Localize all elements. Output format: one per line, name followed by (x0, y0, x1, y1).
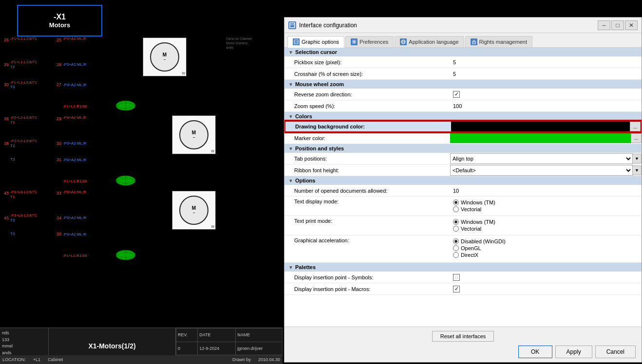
marker-color-value[interactable]: ... (450, 133, 642, 143)
accel-disabled-radio[interactable] (453, 238, 459, 244)
accel-disabled[interactable]: Disabled (WinGDI) (453, 238, 506, 244)
reverse-zoom-checkbox[interactable]: ✓ (453, 91, 460, 98)
section-arrow-4: ▼ (288, 146, 293, 151)
apply-button[interactable]: Apply (555, 346, 592, 358)
num-docs-value: 10 (450, 186, 642, 195)
text-display-label: Text display mode: (284, 197, 450, 206)
zoom-speed-label: Zoom speed (%): (284, 102, 450, 110)
graphic-options-icon (293, 38, 300, 45)
text-display-vectorial-radio[interactable] (453, 206, 459, 212)
rights-icon (471, 38, 477, 45)
accel-directx-radio[interactable] (453, 252, 459, 258)
cancel-button[interactable]: Cancel (595, 346, 636, 358)
tab-positions-value[interactable]: Align top ▼ (450, 153, 642, 164)
insertion-macros-checkbox[interactable]: ✓ (453, 286, 460, 292)
text-print-windows[interactable]: Windows (TM) (453, 219, 495, 225)
text-print-vectorial-label: Vectorial (461, 226, 481, 232)
section-position-styles: ▼ Position and styles (284, 144, 642, 153)
ok-button[interactable]: OK (518, 346, 552, 358)
text-print-windows-radio[interactable] (453, 219, 459, 225)
text-print-vectorial[interactable]: Vectorial (453, 226, 495, 232)
text-print-label: Text print mode: (284, 216, 450, 225)
ribbon-font-row: Ribbon font height: <Default> ▼ (284, 164, 642, 176)
ribbon-font-value[interactable]: <Default> ▼ (450, 165, 642, 176)
dialog-title: Interface configuration (299, 22, 598, 29)
accel-directx[interactable]: DirectX (453, 252, 506, 258)
text-display-vectorial[interactable]: Vectorial (453, 206, 495, 212)
marker-color-swatch (450, 133, 631, 143)
text-display-windows[interactable]: Windows (TM) (453, 200, 495, 205)
zoom-speed-number: 100 (453, 103, 462, 109)
maximize-button[interactable]: □ (611, 20, 624, 30)
date-value: 12-9-2024 (198, 342, 236, 355)
section-arrow-3: ▼ (288, 114, 293, 119)
marker-color-button[interactable]: ... (631, 133, 642, 143)
section-palettes: ▼ Palettes (284, 263, 642, 272)
close-button[interactable]: ✕ (625, 20, 638, 30)
reverse-zoom-value[interactable]: ✓ (450, 90, 642, 99)
dialog-controls[interactable]: – □ ✕ (598, 20, 638, 30)
section-title-mouse: Mouse wheel zoom (295, 81, 344, 87)
tab-rights[interactable]: Rights management (465, 36, 532, 47)
bg-color-row[interactable]: Drawing background color: ... (284, 121, 642, 132)
tab-language-label: Application language (409, 39, 458, 45)
dialog-content: ▼ Selection cursor Pickbox size (pixel):… (284, 48, 642, 327)
ribbon-font-arrow[interactable]: ▼ (633, 165, 642, 175)
tab-positions-select[interactable]: Align top (450, 153, 633, 164)
crosshair-row: Crosshair (% of screen size): 5 (284, 68, 642, 80)
section-title-options: Options (295, 178, 316, 183)
cabinet-label: Cabinet (48, 357, 63, 362)
graphical-accel-options: Disabled (WinGDI) OpenGL DirectX (450, 236, 642, 261)
cad-title-line2: Motors (49, 21, 70, 29)
ribbon-font-select[interactable]: <Default> (450, 165, 633, 176)
drawn-by-label: Drawn by (232, 357, 251, 362)
tab-graphic-label: Graphic options (302, 39, 339, 45)
crosshair-value: 5 (450, 70, 642, 78)
tab-preferences[interactable]: Preferences (345, 36, 394, 47)
zoom-speed-value: 100 (450, 102, 642, 110)
accel-opengl-radio[interactable] (453, 245, 459, 251)
location-value: +L1 (33, 357, 40, 362)
text-print-windows-label: Windows (TM) (461, 219, 495, 225)
bg-color-label: Drawing background color: (285, 122, 451, 131)
tab-language[interactable]: Application language (395, 36, 464, 47)
marker-color-row[interactable]: Marker color: ... (284, 132, 642, 144)
dialog-icon (288, 21, 296, 29)
reset-button[interactable]: Reset all interfaces (432, 331, 494, 342)
accel-opengl[interactable]: OpenGL (453, 245, 506, 251)
insertion-macros-row: Display insertion point - Macros: ✓ (284, 283, 642, 295)
tab-graphic-options[interactable]: Graphic options (287, 36, 344, 48)
dialog-footer: Reset all interfaces OK Apply Cancel (284, 327, 642, 362)
text-display-windows-radio[interactable] (453, 200, 459, 205)
bottom-bar: LOCATION: +L1 Cabinet Drawn by 2010.04.3… (0, 355, 283, 364)
tab-positions-arrow[interactable]: ▼ (633, 154, 642, 164)
minimize-button[interactable]: – (598, 20, 610, 30)
crosshair-label: Crosshair (% of screen size): (284, 70, 450, 78)
accel-directx-label: DirectX (461, 252, 478, 258)
bg-color-value[interactable]: ... (451, 122, 641, 131)
tab-rights-label: Rights management (479, 39, 527, 45)
text-display-options: Windows (TM) Vectorial (450, 197, 642, 215)
text-print-vectorial-radio[interactable] (453, 226, 459, 232)
bg-color-button[interactable]: ... (630, 122, 641, 131)
tab-bar: Graphic options Preferences Application … (284, 33, 642, 48)
insertion-symbols-checkbox[interactable]: □ (453, 274, 460, 281)
section-title-position: Position and styles (295, 146, 344, 151)
section-arrow-5: ▼ (288, 178, 293, 183)
text-print-options: Windows (TM) Vectorial (450, 216, 642, 235)
rev-label: REV. (176, 328, 198, 342)
tab-positions-row: Tab positions: Align top ▼ (284, 153, 642, 164)
insertion-symbols-value[interactable]: □ (450, 273, 642, 282)
accel-disabled-label: Disabled (WinGDI) (461, 238, 506, 244)
language-icon (400, 38, 407, 45)
insertion-macros-value[interactable]: ✓ (450, 284, 642, 294)
preferences-icon (351, 38, 358, 45)
rev-value: 0 (176, 342, 198, 355)
insertion-symbols-label: Display insertion point - Symbols: (284, 273, 450, 282)
text-display-windows-label: Windows (TM) (461, 200, 495, 205)
section-mouse-wheel: ▼ Mouse wheel zoom (284, 80, 642, 89)
reverse-zoom-row: Reverse zoom direction: ✓ (284, 89, 642, 100)
pickbox-value: 5 (450, 58, 642, 67)
section-arrow-6: ▼ (288, 265, 293, 270)
section-options: ▼ Options (284, 176, 642, 185)
